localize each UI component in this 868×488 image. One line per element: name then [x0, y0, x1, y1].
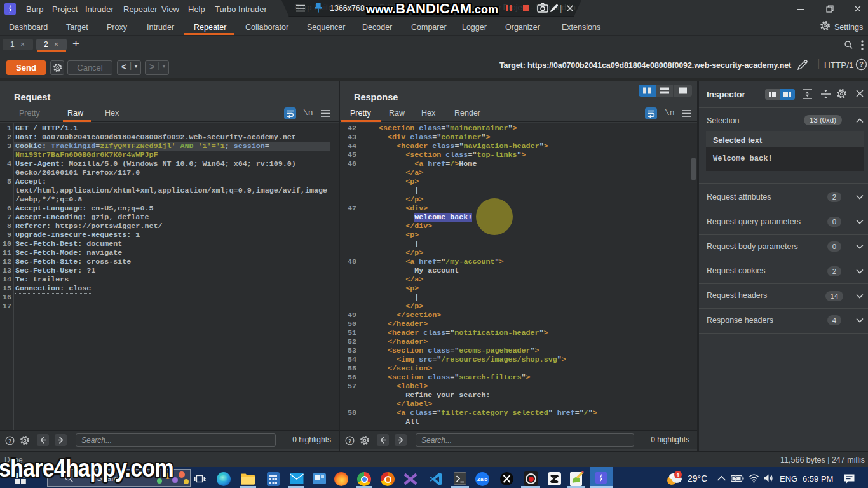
svg-text:1: 1 [676, 472, 679, 478]
svg-text:?: ? [8, 438, 12, 444]
svg-text:?: ? [348, 438, 352, 444]
svg-text:?: ? [859, 60, 864, 68]
